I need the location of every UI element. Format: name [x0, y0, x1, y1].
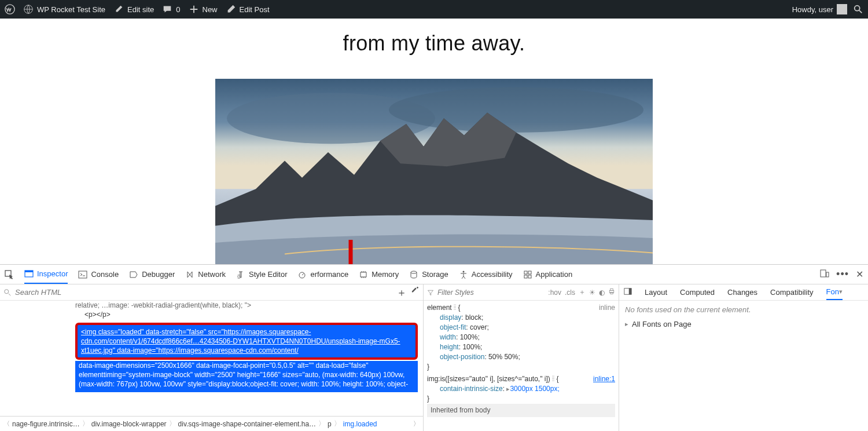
svg-point-17	[462, 271, 464, 272]
svg-rect-12	[79, 271, 87, 278]
more-icon[interactable]: •••	[836, 268, 849, 280]
edit-post-link[interactable]: Edit Post	[226, 4, 270, 14]
svg-rect-26	[610, 289, 613, 291]
tab-performance[interactable]: erformance	[297, 265, 348, 284]
site-name-link[interactable]: WP Rocket Test Site	[23, 4, 105, 14]
avatar	[837, 4, 847, 14]
tab-storage[interactable]: Storage	[409, 265, 448, 284]
add-node-icon[interactable]: ＋	[396, 286, 407, 299]
crumb-active[interactable]: img.loaded	[343, 420, 377, 428]
svg-rect-29	[629, 288, 631, 295]
no-fonts-msg: No fonts used on the current element.	[625, 305, 862, 314]
svg-rect-19	[528, 271, 531, 274]
responsive-mode-icon[interactable]	[820, 269, 829, 280]
tab-debugger[interactable]: Debugger	[129, 265, 175, 284]
tab-memory[interactable]: Memory	[359, 265, 399, 284]
svg-rect-11	[25, 271, 33, 272]
cls-toggle[interactable]: .cls	[565, 288, 575, 297]
dock-icon[interactable]	[624, 287, 632, 297]
hov-toggle[interactable]: :hov	[548, 288, 561, 297]
svg-rect-21	[528, 275, 531, 278]
tab-computed[interactable]: Computed	[680, 288, 715, 297]
svg-point-24	[5, 289, 9, 293]
tab-accessibility[interactable]: Accessibility	[459, 265, 513, 284]
tab-fonts[interactable]: Fon ▾	[826, 284, 843, 300]
svg-rect-18	[524, 271, 527, 274]
devtools-tabs: Inspector Console Debugger Network {}Sty…	[0, 265, 868, 284]
selected-node[interactable]: <img class="loaded" data-stretch="false"…	[75, 323, 418, 360]
add-rule-icon[interactable]: ＋	[579, 287, 586, 297]
crumb[interactable]: div.sqs-image-shape-container-element.ha…	[178, 420, 317, 428]
page-content: from my time away.	[0, 19, 868, 264]
filter-input[interactable]	[437, 288, 545, 297]
filter-icon	[427, 289, 434, 296]
search-icon[interactable]	[853, 4, 863, 14]
crumb[interactable]: p	[328, 420, 332, 428]
side-pane: Layout Computed Changes Compatibility Fo…	[619, 284, 868, 431]
inherited-from: Inherited from body	[427, 404, 615, 417]
crumb-prev-icon[interactable]: 〈	[3, 419, 10, 428]
side-tabs: Layout Computed Changes Compatibility Fo…	[619, 284, 868, 301]
svg-text:{}: {}	[237, 273, 241, 279]
fonts-body: No fonts used on the current element. ▸A…	[619, 301, 868, 431]
tab-layout[interactable]: Layout	[645, 288, 667, 297]
svg-rect-20	[524, 275, 527, 278]
tab-compatibility[interactable]: Compatibility	[770, 288, 813, 297]
new-link[interactable]: New	[189, 4, 218, 14]
svg-point-16	[411, 271, 417, 273]
crumb[interactable]: nage-figure.intrinsic…	[12, 420, 80, 428]
page-heading: from my time away.	[343, 31, 525, 56]
eyedropper-icon[interactable]	[411, 286, 420, 299]
annotation-arrow	[339, 240, 362, 264]
styles-pane: :hov .cls ＋ ☀ ◐ element ⦙⦙ {inline displ…	[424, 284, 619, 431]
howdy-user[interactable]: Howdy, user	[792, 4, 847, 14]
tab-network[interactable]: Network	[185, 265, 226, 284]
light-mode-icon[interactable]: ☀	[589, 288, 595, 297]
search-icon	[3, 288, 12, 297]
svg-point-2	[855, 6, 860, 11]
svg-point-5	[389, 87, 643, 133]
crumb-next-icon[interactable]: 〉	[413, 419, 420, 428]
svg-rect-15	[361, 272, 366, 277]
html-code[interactable]: relative; …image: -webkit-radial-gradien…	[0, 301, 423, 416]
styles-toolbar: :hov .cls ＋ ☀ ◐	[424, 284, 619, 301]
styles-body[interactable]: element ⦙⦙ {inline display: block; objec…	[424, 301, 619, 431]
tab-changes[interactable]: Changes	[727, 288, 757, 297]
tab-style-editor[interactable]: {}Style Editor	[236, 265, 287, 284]
devtools-panel: Inspector Console Debugger Network {}Sty…	[0, 264, 868, 431]
html-search-row: ＋	[0, 284, 423, 301]
crumb[interactable]: div.image-block-wrapper	[91, 420, 167, 428]
close-icon[interactable]: ✕	[856, 269, 863, 280]
wp-admin-bar: WP Rocket Test Site Edit site 0 New Edit…	[0, 0, 868, 19]
breadcrumb[interactable]: 〈 nage-figure.intrinsic…〉 div.image-bloc…	[0, 416, 423, 431]
tab-application[interactable]: Application	[523, 265, 573, 284]
code-line[interactable]: <p></p>	[75, 310, 423, 319]
tab-inspector[interactable]: Inspector	[24, 265, 68, 284]
html-pane: ＋ relative; …image: -webkit-radial-gradi…	[0, 284, 424, 431]
search-input[interactable]	[15, 288, 393, 297]
svg-point-0	[5, 5, 14, 14]
code-line[interactable]: relative; …image: -webkit-radial-gradien…	[75, 301, 423, 310]
edit-site-link[interactable]: Edit site	[113, 4, 154, 14]
wp-logo-icon[interactable]	[5, 4, 15, 14]
code-line[interactable]: data-image-dimensions="2500x1666" data-i…	[75, 361, 418, 392]
svg-rect-23	[826, 272, 829, 277]
hero-image	[215, 79, 653, 264]
print-icon[interactable]	[608, 288, 615, 297]
comments-link[interactable]: 0	[162, 4, 180, 14]
all-fonts-expander[interactable]: ▸All Fonts on Page	[625, 320, 862, 328]
tab-console[interactable]: Console	[78, 265, 119, 284]
pick-element-icon[interactable]	[5, 265, 14, 284]
svg-rect-22	[821, 270, 826, 277]
dark-mode-icon[interactable]: ◐	[599, 288, 605, 297]
